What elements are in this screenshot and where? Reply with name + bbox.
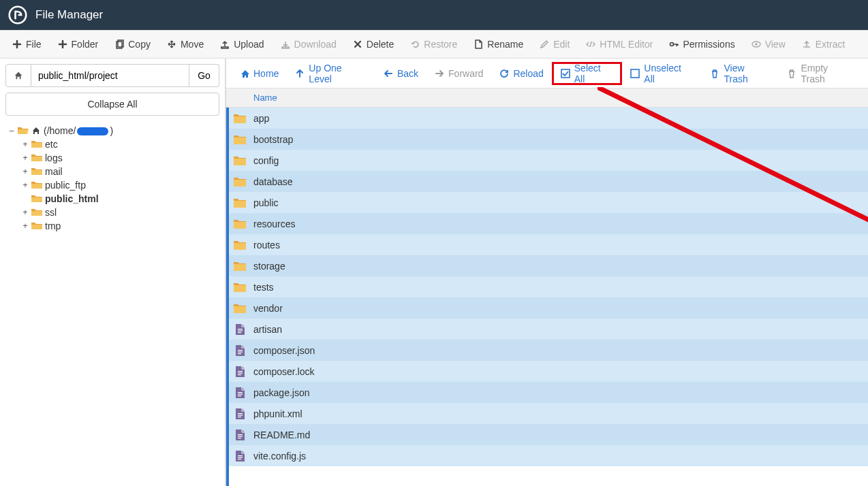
expand-icon[interactable]: +: [20, 180, 30, 190]
svg-rect-6: [561, 69, 570, 78]
path-bar: Go: [0, 59, 225, 93]
file-list: appbootstrapconfigdatabasepublicresource…: [226, 108, 868, 486]
content-panel: HomeUp One LevelBackForwardReloadSelect …: [226, 59, 868, 486]
tree: – (/home/)+etc+logs+mail+public_ftppubli…: [0, 121, 225, 236]
file-row[interactable]: bootstrap: [229, 129, 868, 150]
file-row[interactable]: README.md: [229, 424, 868, 445]
path-input[interactable]: [31, 64, 189, 87]
action-reload-button[interactable]: Reload: [491, 63, 551, 84]
action-emptytrash-button[interactable]: Empty Trash: [779, 63, 863, 84]
toolbar-label: Rename: [487, 39, 523, 50]
tree-node-tmp[interactable]: +tmp: [7, 219, 223, 233]
file-row[interactable]: storage: [229, 255, 868, 276]
folder-icon: [233, 281, 247, 293]
toolbar-upload-button[interactable]: Upload: [212, 30, 272, 59]
file-name: tests: [253, 282, 274, 293]
tree-node-label: public_ftp: [45, 180, 86, 191]
action-selectall-button[interactable]: Select All: [552, 62, 623, 85]
tree-node-logs[interactable]: +logs: [7, 151, 223, 165]
toolbar-label: Edit: [553, 39, 570, 50]
action-label: Up One Level: [309, 63, 367, 84]
toolbar-permissions-button[interactable]: Permissions: [661, 30, 743, 59]
action-label: Unselect All: [644, 63, 694, 84]
toolbar-move-button[interactable]: Move: [159, 30, 212, 59]
file-row[interactable]: public: [229, 192, 868, 213]
file-icon: [233, 429, 247, 441]
key-icon: [669, 39, 679, 49]
expand-icon[interactable]: +: [20, 140, 30, 149]
file-row[interactable]: resources: [229, 213, 868, 234]
collapse-icon[interactable]: –: [7, 126, 16, 135]
action-label: Empty Trash: [801, 63, 854, 84]
file-row[interactable]: package.json: [229, 382, 868, 403]
home-button[interactable]: [5, 64, 31, 87]
action-home-button[interactable]: Home: [232, 63, 287, 84]
folder-icon: [31, 140, 42, 149]
file-row[interactable]: config: [229, 150, 868, 171]
svg-point-3: [670, 43, 674, 46]
toolbar-folder-button[interactable]: Folder: [50, 30, 107, 59]
file-row[interactable]: phpunit.xml: [229, 403, 868, 424]
trash-icon: [787, 69, 796, 78]
file-name: public: [253, 197, 279, 208]
file-name: config: [253, 155, 279, 166]
file-row[interactable]: database: [229, 171, 868, 192]
column-header[interactable]: Name: [226, 88, 868, 108]
file-row[interactable]: routes: [229, 234, 868, 255]
folder-open-icon: [18, 126, 29, 135]
toolbar-copy-button[interactable]: Copy: [106, 30, 159, 59]
file-name: phpunit.xml: [253, 408, 303, 419]
action-label: View Trash: [724, 63, 771, 84]
file-row[interactable]: composer.lock: [229, 361, 868, 382]
collapse-all-button[interactable]: Collapse All: [5, 93, 219, 116]
expand-icon[interactable]: +: [20, 167, 30, 176]
expand-icon[interactable]: +: [20, 208, 30, 217]
file-row[interactable]: composer.json: [229, 340, 868, 361]
file-name: storage: [253, 261, 285, 272]
toolbar-htmleditor-button: HTML Editor: [578, 30, 661, 59]
action-upone-button[interactable]: Up One Level: [287, 63, 375, 84]
toolbar-extract-button: Extract: [794, 30, 854, 59]
file-name: vendor: [253, 303, 283, 314]
plus-icon: [58, 39, 67, 49]
main-area: Go Collapse All – (/home/)+etc+logs+mail…: [0, 59, 868, 486]
folder-icon: [31, 167, 42, 176]
go-button[interactable]: Go: [189, 64, 219, 87]
tree-node-mail[interactable]: +mail: [7, 165, 223, 178]
svg-point-5: [755, 43, 758, 46]
toolbar-label: Copy: [128, 39, 151, 50]
tree-node-etc[interactable]: +etc: [7, 137, 223, 151]
toolbar-view-button: View: [743, 30, 794, 59]
tree-node-ssl[interactable]: +ssl: [7, 206, 223, 219]
action-forward-button[interactable]: Forward: [427, 63, 491, 84]
action-label: Reload: [513, 68, 543, 79]
file-row[interactable]: tests: [229, 276, 868, 297]
tree-root[interactable]: – (/home/): [7, 124, 223, 137]
action-label: Back: [397, 68, 418, 79]
toolbar-rename-button[interactable]: Rename: [465, 30, 531, 59]
file-icon: [233, 408, 247, 420]
action-viewtrash-button[interactable]: View Trash: [702, 63, 779, 84]
pencil-icon: [540, 39, 549, 49]
file-row[interactable]: artisan: [229, 319, 868, 340]
app-title: File Manager: [35, 8, 103, 22]
file-row[interactable]: vite.config.js: [229, 445, 868, 466]
file-name: bootstrap: [253, 134, 293, 145]
svg-rect-10: [238, 332, 241, 333]
file-name: artisan: [253, 324, 282, 335]
action-unselectall-button[interactable]: Unselect All: [622, 63, 702, 84]
expand-icon[interactable]: +: [20, 221, 30, 231]
toolbar-delete-button[interactable]: Delete: [345, 30, 402, 59]
toolbar-file-button[interactable]: File: [4, 30, 50, 59]
expand-icon[interactable]: +: [20, 153, 30, 163]
file-row[interactable]: vendor: [229, 297, 868, 319]
toolbar-label: Folder: [72, 39, 99, 50]
tree-node-public_html[interactable]: public_html: [7, 192, 223, 206]
file-name: composer.lock: [253, 366, 314, 377]
tree-node-public_ftp[interactable]: +public_ftp: [7, 178, 223, 192]
action-back-button[interactable]: Back: [375, 63, 427, 84]
file-name: resources: [253, 218, 295, 229]
file-icon: [233, 387, 247, 399]
file-name: app: [253, 113, 269, 124]
file-row[interactable]: app: [229, 108, 868, 129]
